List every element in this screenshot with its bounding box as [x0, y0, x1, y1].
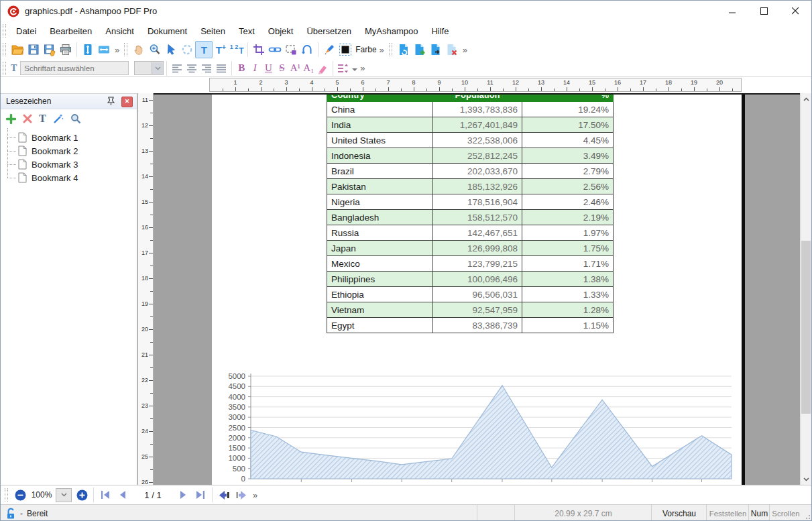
cell-country[interactable]: China [327, 102, 433, 117]
menu-item-hilfe[interactable]: Hilfe [424, 23, 455, 39]
cell-population[interactable]: 1,393,783,836 [433, 102, 522, 117]
status-caps-lock[interactable]: Feststellen [706, 505, 749, 521]
select-area-icon[interactable] [283, 42, 299, 58]
add-bookmark-icon[interactable] [6, 114, 16, 124]
table-row[interactable]: Philippines100,096,4961.38% [327, 272, 614, 287]
open-folder-icon[interactable] [9, 42, 25, 58]
toolbar-grip[interactable] [3, 43, 6, 56]
table-row[interactable]: United States322,538,0064.45% [327, 133, 614, 148]
superscript-icon[interactable]: A¹ [288, 62, 302, 74]
menu-item-bersetzen[interactable]: Übersetzen [300, 23, 357, 39]
bookmark-item-bookmark-3[interactable]: Bookmark 3 [1, 158, 137, 171]
maximize-button[interactable] [748, 1, 780, 21]
cell-population[interactable]: 178,516,904 [433, 194, 522, 210]
chevron-down-icon[interactable] [152, 62, 163, 74]
font-size-combo[interactable] [134, 61, 164, 75]
resize-grip-icon[interactable] [804, 513, 811, 520]
search-icon[interactable] [70, 113, 81, 124]
menu-item-datei[interactable]: Datei [9, 23, 43, 39]
align-left-icon[interactable] [170, 62, 184, 75]
strikethrough-icon[interactable]: S [275, 62, 288, 74]
page-delete-icon[interactable] [444, 42, 460, 58]
cell-percent[interactable]: 3.49% [522, 148, 614, 164]
fit-height-icon[interactable] [80, 42, 96, 58]
cell-population[interactable]: 92,547,959 [433, 302, 522, 318]
cell-country[interactable]: Nigeria [327, 194, 433, 210]
cell-population[interactable]: 126,999,808 [433, 241, 522, 256]
population-table[interactable]: CountryPopulation%China1,393,783,83619.2… [327, 95, 614, 333]
fit-width-icon[interactable] [96, 42, 112, 58]
table-row[interactable]: Japan126,999,8081.75% [327, 241, 614, 256]
delete-bookmark-icon[interactable] [23, 114, 32, 123]
bookmark-item-bookmark-4[interactable]: Bookmark 4 [1, 171, 137, 184]
cell-percent[interactable]: 1.75% [522, 241, 614, 256]
chevron-down-icon[interactable] [352, 62, 357, 74]
toolbar-overflow[interactable]: » [357, 63, 367, 73]
select-arrow-icon[interactable] [163, 42, 179, 58]
bold-icon[interactable]: B [235, 62, 248, 74]
cell-percent[interactable]: 1.71% [522, 256, 614, 272]
cell-country[interactable]: Philippines [327, 272, 433, 287]
table-row[interactable]: Ethiopia96,506,0311.33% [327, 287, 614, 302]
next-page-icon[interactable] [174, 487, 192, 502]
menu-item-myashampoo[interactable]: MyAshampoo [358, 23, 424, 39]
toolbar-overflow[interactable]: » [377, 45, 387, 55]
text-tool-icon[interactable]: T [195, 41, 213, 58]
underline-icon[interactable]: U [262, 62, 275, 74]
pdf-page[interactable]: CountryPopulation%China1,393,783,83619.2… [212, 95, 742, 485]
first-page-icon[interactable] [97, 487, 114, 502]
area-chart[interactable]: 0500100015002000250030003500400045005000 [212, 368, 742, 485]
table-row[interactable]: Egypt83,386,7391.15% [327, 318, 614, 333]
cell-population[interactable]: 202,033,670 [433, 164, 522, 179]
cell-country[interactable]: Japan [327, 241, 433, 256]
cell-country[interactable]: United States [327, 133, 433, 148]
cell-percent[interactable]: 4.45% [522, 133, 614, 148]
link-icon[interactable] [267, 42, 283, 58]
minimize-button[interactable] [717, 1, 748, 21]
cell-country[interactable]: India [327, 117, 433, 133]
toolbar-grip[interactable] [124, 43, 127, 56]
pen-tool-icon[interactable] [321, 42, 337, 58]
cell-country[interactable]: Ethiopia [327, 287, 433, 302]
table-row[interactable]: Indonesia252,812,2453.49% [327, 148, 614, 164]
table-row[interactable]: Russia142,467,6511.97% [327, 225, 614, 241]
align-center-icon[interactable] [184, 62, 199, 75]
page-rotate-icon[interactable] [396, 42, 412, 58]
page-add-icon[interactable] [412, 42, 428, 58]
cell-country[interactable]: Brazil [327, 164, 433, 179]
table-row[interactable]: China1,393,783,83619.24% [327, 102, 614, 117]
hand-tool-icon[interactable] [131, 42, 147, 58]
toolbar-grip[interactable] [389, 43, 392, 56]
menu-item-seiten[interactable]: Seiten [194, 23, 232, 39]
cell-country[interactable]: Mexico [327, 256, 433, 272]
history-forward-icon[interactable] [233, 487, 250, 502]
wizard-icon[interactable] [53, 113, 64, 124]
cell-percent[interactable]: 2.46% [522, 194, 614, 210]
color-swatch-icon[interactable] [337, 42, 353, 58]
cell-percent[interactable]: 1.33% [522, 287, 614, 302]
history-back-icon[interactable] [215, 487, 233, 502]
page-export-icon[interactable] [428, 42, 444, 58]
cell-population[interactable]: 100,096,496 [433, 272, 522, 287]
cell-population[interactable]: 185,132,926 [433, 179, 522, 194]
cell-population[interactable]: 123,799,215 [433, 256, 522, 272]
cell-percent[interactable]: 1.15% [522, 318, 614, 333]
toolbar-overflow[interactable]: » [460, 45, 470, 55]
save-as-icon[interactable] [42, 42, 58, 58]
cell-percent[interactable]: 2.56% [522, 179, 614, 194]
table-row[interactable]: Vietnam92,547,9591.28% [327, 302, 614, 318]
rename-bookmark-icon[interactable]: T [39, 114, 46, 123]
font-select-input[interactable] [20, 61, 129, 75]
cell-population[interactable]: 322,538,006 [433, 133, 522, 148]
cell-percent[interactable]: 19.24% [522, 102, 614, 117]
menu-item-ansicht[interactable]: Ansicht [99, 23, 141, 39]
cell-population[interactable]: 1,267,401,849 [433, 117, 522, 133]
cell-percent[interactable]: 17.50% [522, 117, 614, 133]
toolbar-overflow[interactable]: » [112, 45, 122, 55]
status-num-lock[interactable]: Num [748, 505, 770, 521]
cell-country[interactable]: Egypt [327, 318, 433, 333]
cell-percent[interactable]: 2.19% [522, 210, 614, 225]
table-row[interactable]: India1,267,401,84917.50% [327, 117, 614, 133]
menu-item-dokument[interactable]: Dokument [141, 23, 194, 39]
cell-country[interactable]: Indonesia [327, 148, 433, 164]
